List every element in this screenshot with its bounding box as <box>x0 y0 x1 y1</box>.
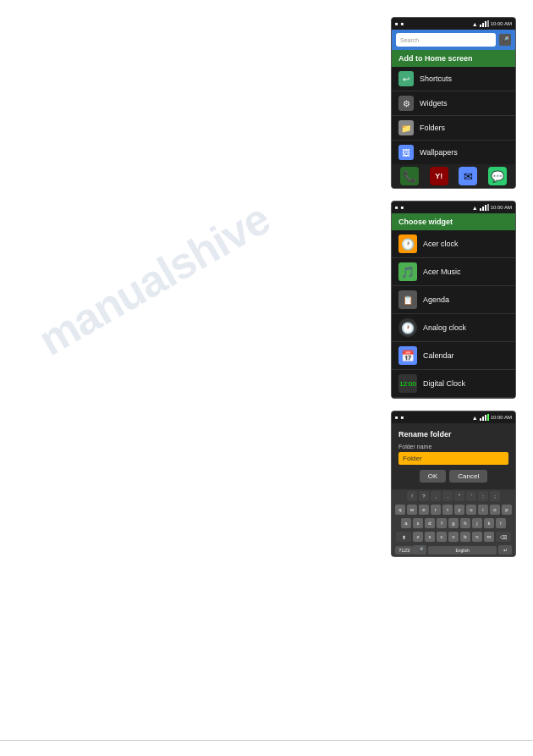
menu-panel-1: Add to Home screen ↩ Shortcuts ⚙ Widgets <box>392 50 515 164</box>
analog-clock-label: Analog clock <box>423 323 466 332</box>
key-f[interactable]: f <box>437 518 447 528</box>
menu-item-shortcuts[interactable]: ↩ Shortcuts <box>392 67 515 91</box>
key-question[interactable]: ? <box>419 491 429 501</box>
key-m[interactable]: m <box>484 532 494 542</box>
key-comma[interactable]: , <box>431 491 441 501</box>
key-i[interactable]: i <box>478 505 488 515</box>
key-quote[interactable]: " <box>454 491 464 501</box>
widget-item-calendar[interactable]: 📅 Calendar <box>392 342 515 370</box>
key-lang: English <box>455 548 469 553</box>
key-l[interactable]: l <box>496 518 506 528</box>
time-2: 10:00 AM <box>491 205 512 210</box>
key-space[interactable]: English <box>428 546 497 555</box>
search-placeholder-1: Search <box>400 37 419 43</box>
search-input-fake-1[interactable]: Search <box>396 33 496 47</box>
key-u[interactable]: u <box>466 505 476 515</box>
mic-icon-1[interactable]: 🎤 <box>499 34 511 46</box>
ok-button[interactable]: OK <box>420 470 447 483</box>
notif-icon-3: ■ <box>395 205 398 210</box>
key-a[interactable]: a <box>401 518 411 528</box>
key-x[interactable]: x <box>425 532 435 542</box>
key-o[interactable]: o <box>490 505 500 515</box>
notif-icon-4: ■ <box>401 205 404 210</box>
key-w[interactable]: w <box>407 505 417 515</box>
wifi-icon-1: ▲ <box>472 21 478 27</box>
agenda-label: Agenda <box>423 295 449 304</box>
notif-icon-5: ■ <box>395 415 398 420</box>
status-right-1: ▲ 10:00 AM <box>472 20 512 27</box>
dialog-buttons: OK Cancel <box>398 470 508 483</box>
notif-icon-6: ■ <box>401 415 404 420</box>
key-s[interactable]: s <box>413 518 423 528</box>
menu-item-folders[interactable]: 📁 Folders <box>392 116 515 141</box>
sb3 <box>485 415 486 421</box>
wallpapers-label: Wallpapers <box>420 148 458 157</box>
bottom-dock-1: 📞 Y! ✉ 💬 <box>392 164 515 188</box>
menu-item-wallpapers[interactable]: 🖼 Wallpapers <box>392 141 515 164</box>
key-j[interactable]: j <box>472 518 482 528</box>
key-d[interactable]: d <box>425 518 435 528</box>
sb1 <box>480 418 481 421</box>
key-shift[interactable]: ⬆ <box>396 532 411 542</box>
dock-mail-icon[interactable]: ✉ <box>459 167 477 185</box>
key-n[interactable]: n <box>472 532 482 542</box>
calendar-label: Calendar <box>423 351 454 360</box>
dock-phone-icon[interactable]: 📞 <box>400 167 419 185</box>
s-bar3 <box>485 205 486 211</box>
key-symbols[interactable]: ?123 <box>395 546 413 555</box>
key-z[interactable]: z <box>413 532 423 542</box>
key-colon[interactable]: : <box>478 491 488 501</box>
folders-icon: 📁 <box>398 120 414 135</box>
folder-input[interactable]: Folder <box>398 452 508 465</box>
s-bar2 <box>482 207 484 211</box>
key-exclaim[interactable]: ! <box>407 491 417 501</box>
status-bar-3: ■ ■ ▲ 10:00 AM <box>392 411 515 423</box>
s-bar4 <box>487 204 489 211</box>
key-t[interactable]: t <box>442 505 453 515</box>
wifi-icon-2: ▲ <box>472 205 478 211</box>
key-enter[interactable]: ↵ <box>498 545 512 555</box>
key-r[interactable]: r <box>431 505 441 515</box>
key-q[interactable]: q <box>395 505 405 515</box>
signal-bars-2 <box>480 204 489 211</box>
key-p[interactable]: p <box>502 505 512 515</box>
key-g[interactable]: g <box>448 518 459 528</box>
search-bar-1[interactable]: Search 🎤 <box>392 30 515 50</box>
widget-item-acer-music[interactable]: 🎵 Acer Music <box>392 258 515 286</box>
widget-item-digital-clock[interactable]: 12:00 Digital Clock <box>392 370 515 398</box>
key-h[interactable]: h <box>460 518 470 528</box>
keyboard-row-asdf: a s d f g h j k l <box>392 516 515 530</box>
screen3: ■ ■ ▲ 10:00 AM Rename folder Fo <box>391 411 516 557</box>
sb2 <box>482 417 484 421</box>
menu-item-widgets[interactable]: ⚙ Widgets <box>392 91 515 116</box>
widget-item-acer-clock[interactable]: 🕐 Acer clock <box>392 230 515 258</box>
key-period[interactable]: . <box>442 491 453 501</box>
key-b[interactable]: b <box>460 532 470 542</box>
key-c[interactable]: c <box>437 532 447 542</box>
key-e[interactable]: e <box>419 505 429 515</box>
s-bar1 <box>480 208 481 211</box>
cancel-button[interactable]: Cancel <box>449 470 487 483</box>
screen2: ■ ■ ▲ 10:00 AM Choose widget <box>391 201 516 399</box>
key-y[interactable]: y <box>454 505 464 515</box>
widget-item-analog-clock[interactable]: 🕐 Analog clock <box>392 314 515 342</box>
folder-name-label: Folder name <box>398 444 508 450</box>
dock-sms-icon[interactable]: 💬 <box>488 167 507 185</box>
key-apos[interactable]: ' <box>466 491 476 501</box>
widget-item-agenda[interactable]: 📋 Agenda <box>392 286 515 314</box>
key-v[interactable]: v <box>448 532 459 542</box>
wallpapers-icon: 🖼 <box>398 145 414 160</box>
dock-yahoo-icon[interactable]: Y! <box>430 167 448 185</box>
notif-icon-1: ■ <box>395 21 398 26</box>
menu-title-1: Add to Home screen <box>392 50 515 67</box>
screens-area: ■ ■ ▲ 10:00 AM Search <box>391 17 516 557</box>
notif-icon-2: ■ <box>401 21 404 26</box>
key-semi[interactable]: ; <box>490 491 500 501</box>
rename-dialog: Rename folder Folder name Folder OK Canc… <box>392 423 515 489</box>
key-backspace[interactable]: ⌫ <box>496 532 511 542</box>
key-mic[interactable]: 🎤 <box>413 545 426 555</box>
key-k[interactable]: k <box>484 518 494 528</box>
rename-title: Rename folder <box>398 430 508 439</box>
status-bar-1: ■ ■ ▲ 10:00 AM <box>392 18 515 30</box>
shortcuts-label: Shortcuts <box>420 74 452 83</box>
